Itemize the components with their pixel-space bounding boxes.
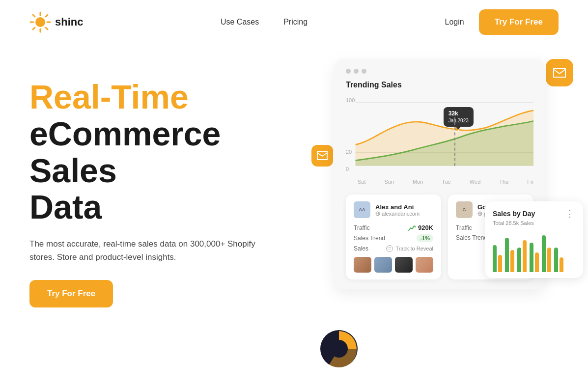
store-card-alex-ani: AA Alex and Ani alexandani.com Traffic: [346, 195, 441, 279]
chart-svg: [346, 97, 533, 171]
store-header-aa: AA Alex and Ani alexandani.com: [354, 201, 433, 218]
sbd-title: Sales by Day: [493, 210, 535, 218]
email-notification-side: [311, 145, 333, 167]
trend-up-icon-aa: [408, 224, 416, 231]
bar-green-6: [554, 248, 558, 272]
dashboard-mockup: Trending Sales 100 20 0 32k Jan,2023: [324, 59, 559, 378]
thumb-4: [416, 257, 433, 273]
stat-row-sales-trend-aa: Sales Trend -1%: [354, 234, 433, 242]
chart-tooltip: 32k Jan,2023: [444, 107, 474, 127]
bar-orange-4: [535, 252, 539, 272]
bar-group-5: [542, 235, 551, 272]
shield-icon: 🛡: [386, 245, 393, 252]
dot-2: [354, 69, 359, 74]
stat-row-traffic-aa: Traffic 920K: [354, 224, 433, 231]
pie-chart-decoration: [319, 329, 359, 368]
hero-cta-button[interactable]: Try For Free: [29, 280, 113, 307]
sbd-more-button[interactable]: ⋮: [565, 208, 575, 219]
brand-name: shinc: [55, 16, 83, 28]
globe-icon-aa: [375, 211, 380, 216]
bar-orange-5: [547, 248, 551, 272]
sales-by-day-card: Sales by Day ⋮ Total 28.5k Sales: [485, 201, 583, 278]
login-button[interactable]: Login: [445, 18, 464, 27]
bar-group-4: [530, 243, 539, 272]
logo[interactable]: shinc: [29, 11, 83, 33]
y-label-0: 0: [346, 166, 349, 172]
svg-line-8: [33, 28, 35, 29]
nav-item-use-cases[interactable]: Use Cases: [221, 18, 259, 27]
hero-section: Real-Time eCommerce Sales Data The most …: [0, 44, 588, 378]
bar-orange-2: [510, 250, 514, 272]
y-label-20: 20: [346, 149, 352, 155]
dot-3: [362, 69, 366, 74]
sbd-header: Sales by Day ⋮: [493, 208, 575, 219]
track-to-reveal: 🛡 Track to Reveal: [386, 245, 433, 252]
stat-row-sales-aa: Sales 🛡 Track to Reveal: [354, 245, 433, 252]
navbar: shinc Use Cases Pricing Login Try For Fr…: [0, 0, 588, 44]
dot-1: [346, 69, 351, 74]
pie-svg: [319, 329, 359, 368]
y-label-100: 100: [346, 97, 355, 103]
bar-orange-1: [498, 255, 502, 272]
bar-group-2: [505, 238, 514, 272]
bar-green-4: [530, 243, 533, 272]
bar-group-1: [493, 245, 502, 272]
svg-line-5: [33, 15, 35, 17]
try-for-free-button[interactable]: Try For Free: [479, 9, 559, 35]
hero-title-line2: eCommerce Sales: [29, 115, 295, 189]
hero-title-line1: Real-Time: [29, 79, 295, 115]
bar-orange-3: [523, 240, 527, 272]
chart-title: Trending Sales: [346, 81, 533, 89]
nav-links: Use Cases Pricing: [221, 18, 308, 27]
chart-x-labels: Sat Sun Mon Tue Wed Thu Fri: [346, 179, 533, 185]
thumb-3: [395, 257, 413, 273]
svg-point-21: [330, 340, 348, 358]
store-thumbnails-aa: [354, 257, 433, 273]
bar-group-3: [517, 240, 527, 272]
svg-line-6: [46, 28, 48, 29]
svg-line-7: [46, 15, 48, 17]
bar-chart: [493, 233, 575, 272]
hero-left: Real-Time eCommerce Sales Data The most …: [29, 59, 295, 307]
logo-icon: [29, 11, 51, 33]
hero-description: The most accurate, real-time sales data …: [29, 237, 255, 264]
bar-orange-6: [560, 257, 563, 272]
email-icon-main: [553, 67, 566, 78]
email-icon-side: [317, 151, 328, 160]
globe-icon-gorjana: [477, 211, 482, 216]
store-logo-gorjana: G: [456, 201, 473, 218]
svg-rect-9: [553, 67, 566, 78]
store-url-aa: alexandani.com: [375, 211, 420, 217]
hero-title-line3: Data: [29, 189, 295, 225]
thumb-2: [374, 257, 392, 273]
store-logo-aa: AA: [354, 201, 370, 218]
nav-item-pricing[interactable]: Pricing: [283, 18, 308, 27]
sbd-subtitle: Total 28.5k Sales: [493, 220, 575, 226]
chart-area: 100 20 0 32k Jan,2023: [346, 97, 533, 176]
email-notification-main: [546, 59, 573, 86]
bar-group-6: [554, 248, 563, 272]
thumb-1: [354, 257, 371, 273]
window-controls: [346, 69, 533, 74]
bar-green-2: [505, 238, 509, 272]
chart-vertical-line: [454, 112, 455, 166]
bar-green-1: [493, 245, 497, 272]
nav-right: Login Try For Free: [445, 9, 559, 35]
svg-point-0: [35, 17, 45, 27]
store-name-aa: Alex and Ani: [375, 203, 420, 211]
bar-green-5: [542, 235, 546, 272]
bar-green-3: [517, 248, 521, 272]
